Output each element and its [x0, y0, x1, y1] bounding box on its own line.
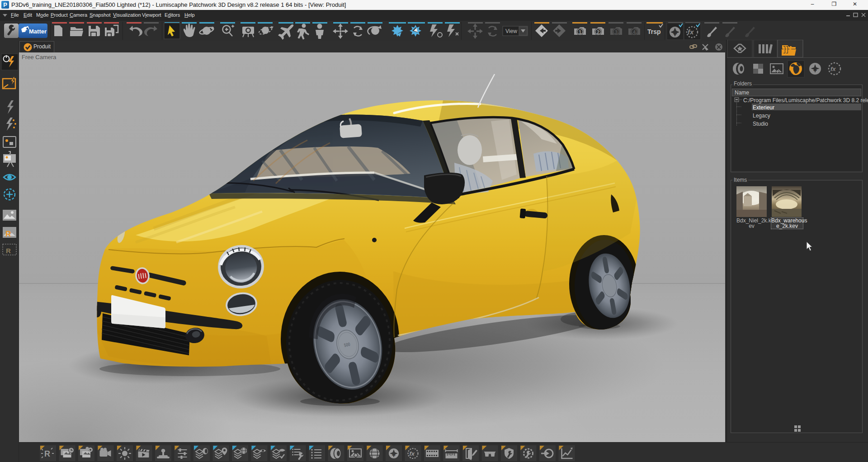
- svg-text:R: R: [44, 449, 50, 458]
- svg-text:A: A: [813, 66, 817, 72]
- svg-text:4: 4: [633, 29, 636, 35]
- svg-text:A: A: [392, 451, 396, 457]
- svg-text:Trsp: Trsp: [647, 28, 661, 35]
- svg-text:R: R: [5, 230, 11, 238]
- svg-text:fx: fx: [830, 66, 836, 72]
- svg-text:2: 2: [597, 29, 599, 35]
- svg-text:1: 1: [579, 29, 581, 35]
- svg-text:Matter: Matter: [29, 28, 47, 35]
- svg-text:3: 3: [615, 29, 618, 35]
- svg-text:View: View: [505, 28, 517, 34]
- svg-text:A: A: [673, 29, 677, 36]
- svg-text:fx: fx: [410, 450, 415, 457]
- svg-text:fx: fx: [688, 28, 694, 36]
- svg-text:R: R: [6, 247, 11, 255]
